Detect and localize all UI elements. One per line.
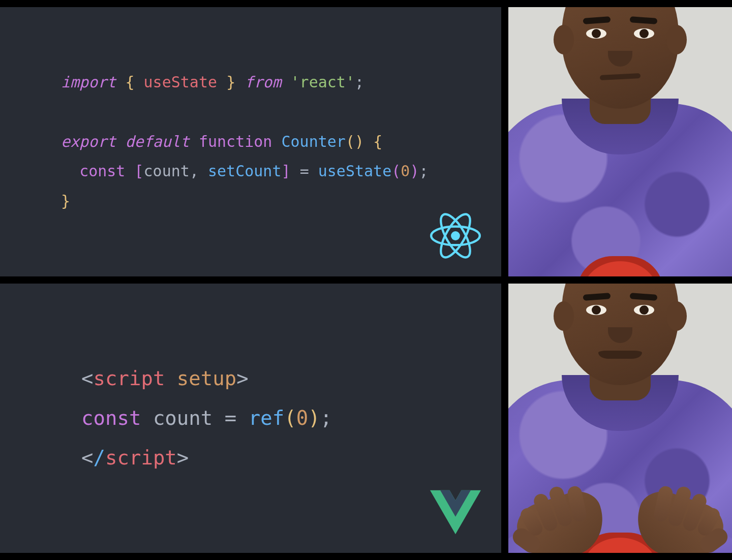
meme-frame: import { useState } from 'react'; export…: [0, 0, 732, 560]
code-react: import { useState } from 'react'; export…: [61, 68, 429, 216]
react-icon: [430, 210, 481, 261]
code-panel-react: import { useState } from 'react'; export…: [0, 7, 501, 276]
person-neutral: [508, 7, 732, 276]
svg-point-0: [451, 231, 460, 240]
row-vue: <script setup> const count = ref(0); </s…: [0, 284, 732, 553]
code-vue: <script setup> const count = ref(0); </s…: [61, 359, 332, 478]
vue-icon: [430, 487, 481, 538]
person-open-hands: [508, 284, 732, 553]
reaction-top: [508, 7, 732, 276]
reaction-bottom: [508, 284, 732, 553]
row-react: import { useState } from 'react'; export…: [0, 7, 732, 276]
code-panel-vue: <script setup> const count = ref(0); </s…: [0, 284, 501, 553]
